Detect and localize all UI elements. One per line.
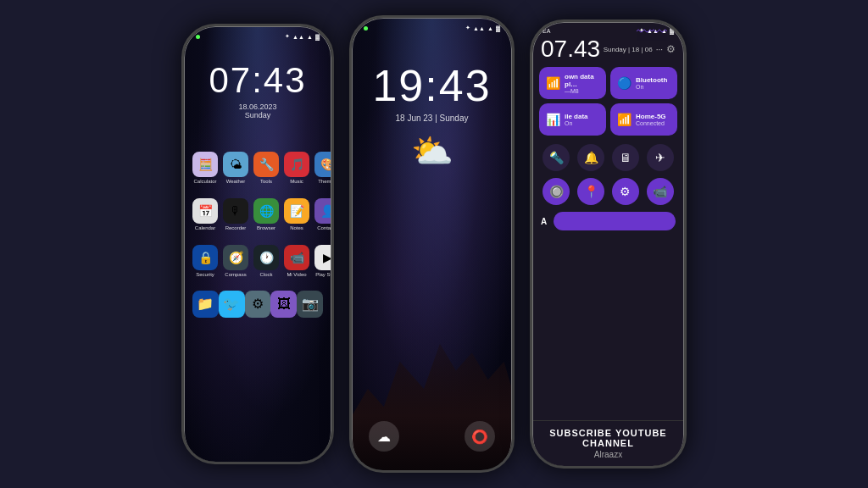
home-lock-btn[interactable]: ⭕	[465, 421, 495, 452]
app-label-tools: Tools	[260, 179, 272, 185]
signal-icon-2: ▲▲	[473, 25, 485, 31]
app-label-calendar: Calendar	[195, 225, 215, 231]
cc-btn-flashlight[interactable]: 🔦	[542, 144, 570, 171]
app-label-security: Security	[196, 272, 214, 278]
cc-btn-screen-record[interactable]: 🖥	[612, 144, 639, 171]
lock-bottom-buttons: ☁ ⭕	[352, 413, 512, 460]
browser-icon: 🌐	[253, 198, 279, 224]
app-clock[interactable]: 🕐 Clock	[253, 245, 279, 278]
lock-clock: 19:43 18 Jun 23 | Sunday	[352, 60, 512, 123]
app-label-music: Music	[290, 179, 303, 185]
notes-icon: 📝	[284, 198, 309, 224]
cc-toggle-bluetooth[interactable]: 🔵 Bluetooth On	[610, 67, 677, 99]
mivideo-icon: 📹	[284, 245, 309, 270]
app-tools[interactable]: 🔧 Tools	[253, 152, 279, 185]
cc-toggle-data[interactable]: 📶 own data pl… —M8	[539, 67, 606, 99]
bluetooth-toggle-icon: 🔵	[617, 76, 632, 90]
phone-3: 〰〰 EA ✦ ▲▲ ▲ ▓ 07.43 Sunday | 18 | 06 ··…	[530, 19, 687, 469]
bluetooth-title: Bluetooth	[636, 76, 667, 84]
contacts-icon: 👤	[314, 198, 331, 224]
calculator-icon: 🧮	[192, 152, 218, 177]
status-dot-2	[364, 26, 368, 30]
wifi-sub: Connected	[636, 120, 666, 126]
app-calendar[interactable]: 📅 Calendar	[192, 198, 218, 231]
app-grid-row2: 📅 Calendar 🎙 Recorder 🌐 Browser 📝 Notes …	[184, 191, 331, 238]
app-contacts[interactable]: 👤 Contacts	[314, 198, 331, 231]
bluetooth-sub: On	[636, 84, 667, 90]
cc-quick-row-2: 🔘 📍 ⚙ 📹	[532, 175, 684, 208]
cc-time: 07.43	[541, 36, 600, 63]
glow-waves-decoration: 〰〰	[637, 24, 667, 42]
app-label-calculator: Calculator	[193, 179, 216, 185]
cc-btn-settings2[interactable]: ⚙	[612, 178, 639, 205]
cc-date-info: Sunday | 18 | 06	[604, 46, 653, 53]
mobile-data-icon: 📊	[546, 113, 560, 126]
compass-icon: 🧭	[223, 245, 248, 270]
bluetooth-icon-2: ✦	[465, 25, 470, 31]
dock-twitter[interactable]: 🐦	[219, 291, 245, 318]
settings-gear-icon[interactable]: ⚙	[666, 43, 676, 55]
clock-day: Sunday	[184, 111, 331, 119]
app-label-contacts: Contacts	[317, 225, 331, 231]
app-music[interactable]: 🎵 Music	[284, 152, 309, 185]
weather-icon: 🌤	[223, 152, 248, 177]
cc-battery-icon: ▓	[670, 28, 674, 34]
cc-btn-video[interactable]: 📹	[647, 178, 674, 205]
cc-brightness-row: A	[532, 208, 684, 235]
mobile-data-title: ile data	[565, 113, 588, 120]
app-browser[interactable]: 🌐 Browser	[253, 198, 279, 231]
wifi-toggle-icon: 📶	[617, 113, 632, 126]
app-compass[interactable]: 🧭 Compass	[223, 245, 248, 278]
app-security[interactable]: 🔒 Security	[192, 245, 218, 278]
cc-btn-notification[interactable]: 🔔	[577, 144, 604, 171]
app-weather[interactable]: 🌤 Weather	[223, 152, 248, 185]
weather-lock-btn[interactable]: ☁	[369, 421, 399, 452]
cc-toggle-mobile-data[interactable]: 📊 ile data On	[539, 103, 606, 136]
cc-btn-location[interactable]: 📍	[577, 178, 604, 205]
app-mivideo[interactable]: 📹 Mi Video	[284, 245, 309, 278]
app-playstore[interactable]: ▶ Play Store	[314, 245, 331, 278]
phone-2: ✦ ▲▲ ▲ ▓ 19:43 18 Jun 23 | Sunday ⛅ ☁ ⭕	[349, 15, 515, 473]
clock-icon: 🕐	[253, 245, 279, 270]
cc-btn-privacy[interactable]: 🔘	[542, 178, 570, 205]
homescreen-content: ✦ ▲▲ ▲ ▓ 07:43 18.06.2023 Sunday 🧮 Calcu…	[184, 26, 331, 462]
app-label-mivideo: Mi Video	[287, 272, 306, 278]
app-grid-row1: 🧮 Calculator 🌤 Weather 🔧 Tools 🎵 Music 🎨	[184, 145, 331, 191]
dock-gallery[interactable]: 🖼	[270, 291, 297, 318]
app-label-playstore: Play Store	[315, 272, 331, 278]
cc-toggle-grid: 📶 own data pl… —M8 🔵 Bluetooth On 📊	[532, 63, 684, 140]
battery-icon-2: ▓	[496, 25, 500, 31]
app-calculator[interactable]: 🧮 Calculator	[192, 152, 218, 185]
lock-date: 18 Jun 23 | Sunday	[352, 114, 512, 123]
calendar-icon: 📅	[192, 198, 218, 224]
cc-btn-airplane[interactable]: ✈	[647, 144, 674, 171]
cc-subscribe-section: SUBSCRIBE YOUTUBE CHANNEL Alraazx	[532, 420, 684, 466]
data-plan-icon: 📶	[546, 76, 560, 90]
dock-settings[interactable]: ⚙	[245, 291, 271, 318]
cc-quick-row-1: 🔦 🔔 🖥 ✈	[532, 140, 684, 175]
app-notes[interactable]: 📝 Notes	[284, 198, 309, 231]
playstore-icon: ▶	[314, 245, 331, 270]
clock-time: 07:43	[184, 60, 331, 101]
app-themes[interactable]: 🎨 Themes	[314, 152, 331, 185]
wifi-icon-2: ▲	[487, 25, 493, 31]
signal-icon: ▲▲	[292, 34, 304, 40]
battery-icon: ▓	[315, 34, 320, 40]
dock-bar: 📁 🐦 ⚙ 🖼 📷	[184, 286, 331, 323]
brightness-label: A	[541, 217, 547, 226]
data-plan-title: own data pl…	[565, 73, 599, 88]
themes-icon: 🎨	[314, 152, 331, 177]
app-recorder[interactable]: 🎙 Recorder	[223, 198, 248, 231]
tools-icon: 🔧	[253, 152, 279, 177]
cc-toggle-wifi[interactable]: 📶 Home-5G Connected	[610, 103, 677, 136]
brightness-slider[interactable]	[554, 212, 676, 230]
music-icon: 🎵	[284, 152, 309, 177]
dock-camera[interactable]: 📷	[297, 291, 323, 318]
bluetooth-icon: ✦	[285, 33, 290, 40]
lock-time: 19:43	[352, 60, 512, 111]
wifi-title: Home-5G	[636, 113, 666, 120]
app-label-recorder: Recorder	[225, 225, 247, 231]
app-label-browser: Browser	[257, 225, 275, 231]
dock-files[interactable]: 📁	[192, 291, 219, 318]
subscribe-title: SUBSCRIBE YOUTUBE CHANNEL	[539, 428, 677, 448]
